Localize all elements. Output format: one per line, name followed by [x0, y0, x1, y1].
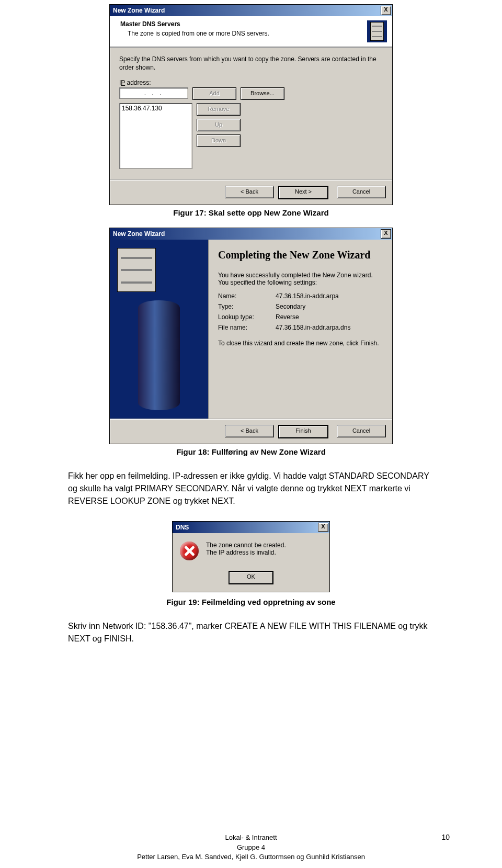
- titlebar: DNS X: [173, 522, 329, 533]
- error-icon: [180, 542, 199, 560]
- type-value: Secondary: [276, 303, 305, 310]
- type-label: Type:: [218, 303, 276, 310]
- wizard-footer: < Back Next > Cancel: [110, 179, 392, 205]
- dialog-title: New Zone Wizard: [113, 230, 165, 238]
- next-button[interactable]: Next >: [278, 186, 328, 199]
- up-button[interactable]: Up: [197, 119, 241, 131]
- browse-button[interactable]: Browse...: [241, 87, 284, 100]
- footer-line-3: Petter Larsen, Eva M. Sandved, Kjell G. …: [0, 852, 502, 862]
- file-value: 47.36.158.in-addr.arpa.dns: [276, 324, 350, 331]
- close-icon[interactable]: X: [381, 6, 391, 15]
- close-icon[interactable]: X: [318, 523, 328, 532]
- server-icon: [117, 248, 156, 292]
- back-button[interactable]: < Back: [225, 186, 274, 198]
- back-button[interactable]: < Back: [225, 425, 274, 437]
- instruction-text: Specify the DNS servers from which you w…: [119, 55, 383, 72]
- titlebar: New Zone Wizard X: [110, 5, 392, 16]
- paragraph-1: Fikk her opp en feilmelding. IP-adressen…: [68, 470, 434, 508]
- finish-note: To close this wizard and create the new …: [218, 340, 383, 347]
- remove-button[interactable]: Remove: [197, 103, 241, 116]
- intro-text: You have successfully completed the New …: [218, 272, 383, 286]
- error-line-1: The zone cannot be created.: [206, 542, 286, 549]
- dialog-title: New Zone Wizard: [113, 7, 165, 14]
- lookup-label: Lookup type:: [218, 313, 276, 321]
- wizard-header: Master DNS Servers The zone is copied fr…: [110, 16, 392, 48]
- close-icon[interactable]: X: [381, 229, 391, 239]
- footer-line-2: Gruppe 4: [0, 843, 502, 852]
- ip-address-input[interactable]: . . .: [119, 87, 188, 99]
- server-icon: [367, 20, 387, 42]
- page-number: 10: [441, 833, 450, 841]
- dns-server-list[interactable]: 158.36.47.130: [119, 103, 192, 169]
- cancel-button[interactable]: Cancel: [337, 425, 386, 437]
- lookup-value: Reverse: [276, 313, 299, 321]
- page-footer: Lokal- & Intranett Gruppe 4 Petter Larse…: [0, 833, 502, 862]
- new-zone-wizard-dialog-1: New Zone Wizard X Master DNS Servers The…: [109, 4, 393, 205]
- header-title: Master DNS Servers: [115, 20, 269, 28]
- new-zone-wizard-dialog-2: New Zone Wizard X Completing the New Zon…: [109, 228, 393, 444]
- error-line-2: The IP address is invalid.: [206, 549, 286, 556]
- add-button[interactable]: Add: [192, 87, 236, 100]
- ip-address-label: IP address:: [119, 79, 383, 86]
- cancel-button[interactable]: Cancel: [337, 186, 386, 198]
- name-label: Name:: [218, 292, 276, 300]
- ok-button[interactable]: OK: [229, 571, 273, 584]
- titlebar: New Zone Wizard X: [110, 228, 392, 240]
- file-label: File name:: [218, 324, 276, 331]
- figure-18-caption: Figur 18: Fullføring av New Zone Wizard: [0, 447, 502, 456]
- wizard-side-graphic: [110, 240, 209, 419]
- figure-17-caption: Figur 17: Skal sette opp New Zone Wizard: [0, 208, 502, 217]
- dialog-title: DNS: [176, 524, 189, 531]
- dns-server-entry[interactable]: 158.36.47.130: [122, 105, 190, 112]
- cylinder-graphic: [138, 300, 180, 410]
- name-value: 47.36.158.in-addr.arpa: [276, 292, 339, 300]
- header-sub: The zone is copied from one or more DNS …: [115, 30, 269, 37]
- paragraph-2: Skriv inn Network ID: "158.36.47", marke…: [68, 620, 434, 645]
- down-button[interactable]: Down: [197, 134, 241, 147]
- dns-error-dialog: DNS X The zone cannot be created. The IP…: [172, 521, 330, 592]
- finish-button[interactable]: Finish: [278, 425, 328, 438]
- footer-line-1: Lokal- & Intranett: [0, 833, 502, 842]
- figure-19-caption: Figur 19: Feilmelding ved oppretning av …: [0, 598, 502, 606]
- main-title: Completing the New Zone Wizard: [218, 249, 383, 261]
- wizard-footer: < Back Finish Cancel: [110, 419, 392, 444]
